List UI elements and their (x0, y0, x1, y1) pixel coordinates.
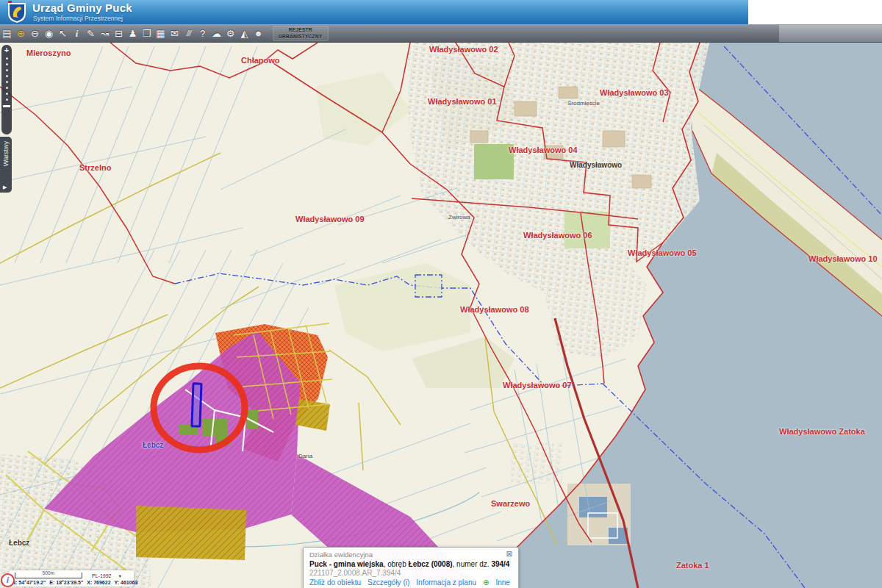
parcel-id: 221107_2.0008.AR_7.394/4 (309, 569, 512, 577)
scale-label: 500m (15, 570, 82, 576)
expand-arrow-icon: ▶ (3, 184, 7, 190)
zoom-to-object-link[interactable]: Zbliż do obiektu (309, 578, 361, 587)
zoom-in-button[interactable]: + (1, 45, 12, 55)
plus-circle-icon[interactable]: ⊕ (483, 578, 489, 587)
app-title: Urząd Gminy Puck (32, 1, 132, 14)
register-urbanistyczny-button[interactable]: REJESTR URBANISTYCZNY (273, 26, 329, 40)
plan-info-link[interactable]: Informacja z planu (416, 578, 476, 587)
settings-gears-icon[interactable]: ⚙ (225, 25, 237, 42)
data-panel-icon[interactable]: ▦ (155, 25, 167, 42)
print-icon[interactable]: ⊟ (113, 25, 125, 42)
popup-close-icon[interactable]: ⊠ (506, 551, 512, 559)
app-header: Urząd Gminy Puck System Informacji Przes… (0, 0, 882, 24)
zone-olive-2 (136, 506, 246, 560)
map-status-bar: 500m PL-1992 ▼ N: 54°47'19.2"E: 18°23'39… (9, 570, 134, 587)
parcel-info-popup: Działka ewidencyjna ⊠ Puck - gmina wiejs… (303, 547, 519, 588)
parcel-description: Puck - gmina wiejska, obręb Łebcz (0008)… (309, 560, 512, 568)
hatch-measure-icon[interactable]: /// (183, 25, 195, 42)
map-canvas[interactable] (0, 43, 882, 588)
toolbar-right-filler (779, 25, 882, 42)
duplicate-view-icon[interactable]: ❐ (141, 25, 153, 42)
details-link[interactable]: Szczegóły (i) (368, 578, 409, 587)
street-view-icon[interactable]: ♟ (127, 25, 139, 42)
layers-tab-label: Warstwy (2, 141, 10, 166)
chevron-down-icon[interactable]: ▼ (118, 574, 121, 578)
selected-parcel[interactable] (192, 384, 201, 426)
cloud-layer-icon[interactable]: ☁ (211, 25, 223, 42)
comment-icon[interactable]: ✉ (169, 25, 181, 42)
cursor-coordinates: N: 54°47'19.2"E: 18°23'39.5"X: 769622Y: … (12, 580, 131, 585)
info-badge-icon[interactable]: i (1, 573, 15, 587)
help-icon[interactable]: ? (197, 25, 209, 42)
zoom-out-icon[interactable]: ⊖ (29, 25, 41, 42)
user-marker-icon[interactable]: ☻ (253, 25, 265, 42)
terrain-3d-icon[interactable]: ◭ (239, 25, 251, 42)
measure-path-icon[interactable]: ↝ (99, 25, 111, 42)
popup-title: Działka ewidencyjna (309, 551, 373, 559)
layers-panel-tab[interactable]: Warstwy ▶ (0, 137, 12, 193)
measure-line-icon[interactable]: ✎ (85, 25, 97, 42)
zoom-slider-handle[interactable] (3, 105, 10, 107)
layers-icon[interactable]: ▤ (1, 25, 13, 42)
zoom-slider[interactable]: + (1, 45, 12, 135)
more-link[interactable]: Inne (495, 578, 509, 587)
select-area-icon[interactable]: ◉ (43, 25, 55, 42)
scale-bar: 500m (15, 573, 82, 578)
app-subtitle: System Informacji Przestrzennej (33, 15, 123, 22)
zoom-in-icon[interactable]: ⊕ (15, 25, 27, 42)
crs-selector[interactable]: PL-1992 (92, 573, 111, 578)
coat-of-arms-logo (6, 1, 28, 24)
identify-icon[interactable]: i (71, 25, 83, 42)
map-viewport[interactable]: Mieroszyno Chłapowo Strzelno Władysławow… (0, 43, 882, 588)
pointer-icon[interactable]: ↖ (57, 25, 69, 42)
map-toolbar: ▤ ⊕ ⊖ ◉ ↖ i ✎ ↝ ⊟ ♟ ❐ ▦ ✉ /// ? ☁ ⚙ ◭ ☻ … (0, 24, 882, 43)
zoom-slider-track[interactable] (1, 57, 12, 101)
